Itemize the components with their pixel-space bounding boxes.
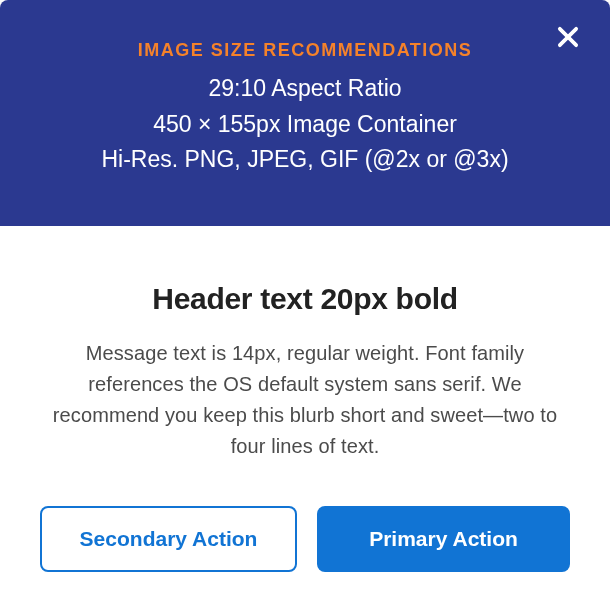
modal-card: IMAGE SIZE RECOMMENDATIONS 29:10 Aspect … xyxy=(0,0,610,593)
close-icon xyxy=(554,23,582,54)
button-row: Secondary Action Primary Action xyxy=(40,506,570,572)
banner-line-formats: Hi-Res. PNG, JPEG, GIF (@2x or @3x) xyxy=(50,142,560,178)
secondary-action-button[interactable]: Secondary Action xyxy=(40,506,297,572)
message-text: Message text is 14px, regular weight. Fo… xyxy=(40,338,570,462)
banner-line-container: 450 × 155px Image Container xyxy=(50,107,560,143)
header-text: Header text 20px bold xyxy=(40,282,570,316)
banner: IMAGE SIZE RECOMMENDATIONS 29:10 Aspect … xyxy=(0,0,610,226)
banner-line-aspect: 29:10 Aspect Ratio xyxy=(50,71,560,107)
content-area: Header text 20px bold Message text is 14… xyxy=(0,226,610,593)
close-button[interactable] xyxy=(550,20,586,56)
primary-action-button[interactable]: Primary Action xyxy=(317,506,570,572)
banner-label: IMAGE SIZE RECOMMENDATIONS xyxy=(50,40,560,61)
